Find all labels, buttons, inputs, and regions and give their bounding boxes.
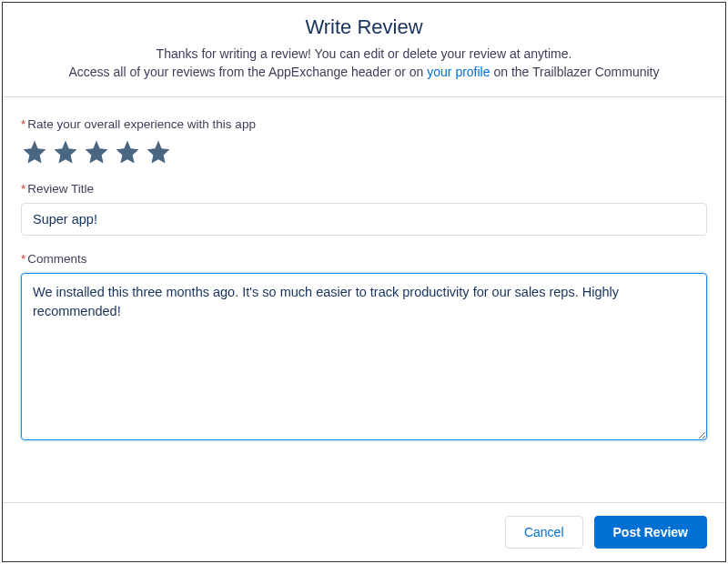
profile-link[interactable]: your profile bbox=[427, 65, 490, 79]
rating-field: *Rate your overall experience with this … bbox=[21, 117, 707, 166]
modal-header: Write Review Thanks for writing a review… bbox=[3, 3, 725, 97]
subtitle-line2a: Access all of your reviews from the AppE… bbox=[69, 65, 428, 79]
required-asterisk: * bbox=[21, 252, 25, 266]
write-review-modal: Write Review Thanks for writing a review… bbox=[2, 2, 726, 562]
comments-textarea[interactable] bbox=[21, 273, 707, 440]
star-icon[interactable] bbox=[145, 138, 172, 166]
subtitle-line1: Thanks for writing a review! You can edi… bbox=[157, 46, 572, 61]
title-label: *Review Title bbox=[21, 182, 707, 196]
star-icon[interactable] bbox=[114, 138, 141, 166]
title-field: *Review Title bbox=[21, 182, 707, 236]
comments-label: *Comments bbox=[21, 252, 707, 266]
modal-subtitle: Thanks for writing a review! You can edi… bbox=[21, 45, 707, 82]
modal-title: Write Review bbox=[21, 15, 707, 39]
star-icon[interactable] bbox=[52, 138, 79, 166]
star-icon[interactable] bbox=[21, 138, 48, 166]
rating-label: *Rate your overall experience with this … bbox=[21, 117, 707, 131]
modal-footer: Cancel Post Review bbox=[3, 502, 725, 561]
modal-body: *Rate your overall experience with this … bbox=[3, 97, 725, 502]
star-icon[interactable] bbox=[83, 138, 110, 166]
subtitle-line2b: on the Trailblazer Community bbox=[490, 65, 660, 79]
cancel-button[interactable]: Cancel bbox=[505, 516, 583, 549]
post-review-button[interactable]: Post Review bbox=[594, 516, 707, 549]
required-asterisk: * bbox=[21, 117, 25, 131]
required-asterisk: * bbox=[21, 182, 25, 196]
review-title-input[interactable] bbox=[21, 203, 707, 236]
comments-field: *Comments bbox=[21, 252, 707, 444]
star-rating[interactable] bbox=[21, 138, 707, 166]
